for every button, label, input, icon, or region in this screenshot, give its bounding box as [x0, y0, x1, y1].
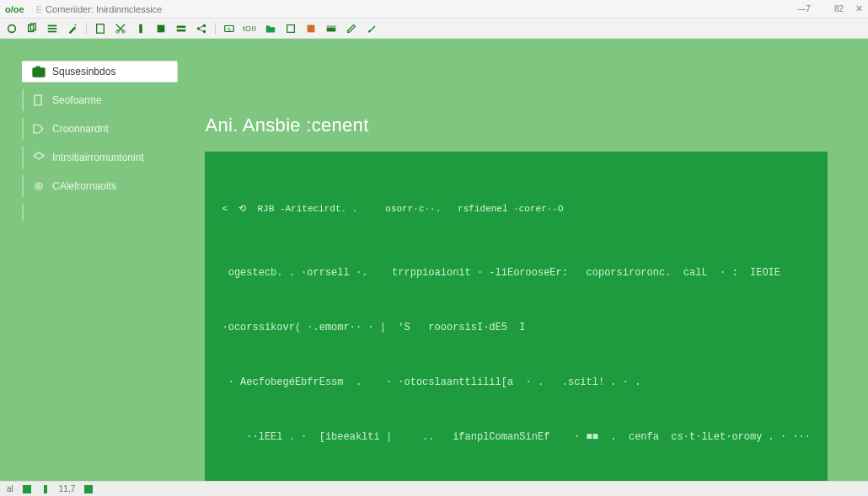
svg-point-24 — [36, 70, 41, 75]
sidebar-item-4[interactable]: CAlefrornaoits — [22, 175, 178, 197]
page-title: Ani. Ansbie :cenent — [205, 115, 828, 136]
tag-icon — [32, 123, 46, 135]
titlebar-right: —7 82 ✕ — [797, 3, 863, 14]
code-line: ··lEEl . · [ibeeaklti | .. ifanplComanSi… — [222, 429, 811, 447]
svg-rect-26 — [35, 95, 41, 105]
svg-rect-13 — [177, 28, 186, 29]
code-line: ·ocorssikovr( ·.emomr·· · | 'S rooorsisI… — [222, 319, 811, 338]
gear-icon — [32, 180, 46, 192]
pencil-icon[interactable] — [345, 22, 358, 35]
statusbar: al 11,7 — [0, 481, 868, 496]
titlebar-separator: · E — [31, 4, 42, 14]
workspace: Squsesinbdos Seofoarme Croonnardnt Intrs… — [0, 39, 868, 481]
sidebar: Squsesinbdos Seofoarme Croonnardnt Intrs… — [0, 39, 178, 227]
camera-icon — [32, 66, 46, 77]
main-content: Ani. Ansbie :cenent < ⟲ RJB -Aritecirdt.… — [178, 39, 868, 496]
svg-rect-4 — [48, 28, 57, 29]
toolbar-text[interactable]: tOII — [243, 24, 257, 33]
brush-icon[interactable] — [365, 22, 378, 35]
titlebar-indicator-a: —7 — [797, 4, 811, 13]
svg-text:5: 5 — [228, 25, 231, 31]
sidebar-item-label: Seofoarme — [52, 94, 102, 106]
svg-rect-29 — [23, 485, 31, 493]
svg-point-6 — [75, 24, 77, 25]
close-icon[interactable]: ✕ — [855, 3, 863, 14]
badge-icon[interactable]: 5 — [222, 22, 236, 35]
svg-rect-10 — [139, 24, 142, 33]
code-header-text: < ⟲ RJB -Aritecirdt. . osorr·c··. rsfide… — [222, 201, 563, 218]
panel-icon[interactable] — [324, 22, 338, 35]
copy-icon[interactable] — [25, 22, 39, 35]
code-line: ogestecb. . ·orrsell ·. trrppioaionit · … — [222, 264, 811, 283]
window-title: Comeriider: Inirdinmclessice — [46, 4, 162, 14]
status-label: al — [7, 484, 13, 493]
status-position: 11,7 — [59, 484, 75, 493]
svg-rect-30 — [44, 485, 47, 493]
cut-icon[interactable] — [114, 22, 127, 35]
bar-icon[interactable] — [134, 22, 147, 35]
layers-icon — [32, 152, 46, 163]
svg-rect-22 — [326, 25, 335, 28]
sidebar-item-label: Intrsitiairromuntonint — [52, 152, 144, 163]
svg-rect-11 — [158, 24, 165, 32]
svg-rect-25 — [36, 67, 40, 68]
folder-icon[interactable] — [264, 22, 277, 35]
wand-icon[interactable] — [66, 22, 79, 35]
sidebar-item-label: Squsesinbdos — [52, 66, 115, 77]
sidebar-item-5[interactable] — [22, 204, 178, 221]
svg-point-28 — [38, 185, 40, 188]
doc-small-icon — [32, 94, 46, 106]
sidebar-item-label: CAlefrornaoits — [52, 180, 116, 192]
share-icon[interactable] — [195, 22, 208, 35]
status-bar-icon[interactable] — [40, 484, 51, 494]
stripe-icon[interactable] — [174, 22, 188, 35]
svg-point-0 — [8, 24, 16, 32]
sidebar-item-label: Croonnardnt — [52, 123, 109, 135]
sidebar-item-0[interactable]: Squsesinbdos — [22, 61, 178, 83]
list-icon[interactable] — [46, 22, 59, 35]
blank-icon[interactable] — [284, 22, 297, 35]
svg-point-27 — [35, 183, 42, 189]
sidebar-item-3[interactable]: Intrsitiairromuntonint — [22, 147, 178, 168]
titlebar-indicator-b: 82 — [834, 4, 844, 13]
status-green-icon[interactable] — [22, 484, 32, 494]
svg-rect-5 — [48, 30, 57, 32]
presentation-icon[interactable] — [304, 22, 318, 35]
svg-rect-19 — [287, 24, 294, 32]
svg-rect-31 — [84, 485, 93, 493]
toolbar: 5 tOII — [0, 19, 868, 39]
svg-rect-7 — [97, 24, 104, 33]
code-header: < ⟲ RJB -Aritecirdt. . osorr·c··. rsfide… — [222, 201, 811, 218]
toolbar-divider — [215, 23, 216, 35]
sidebar-item-2[interactable]: Croonnardnt — [22, 118, 178, 140]
svg-rect-20 — [307, 24, 314, 32]
toolbar-divider — [86, 23, 87, 35]
square-icon[interactable] — [154, 22, 168, 35]
blank-side-icon — [32, 206, 46, 218]
code-panel: < ⟲ RJB -Aritecirdt. . osorr·c··. rsfide… — [205, 152, 828, 496]
svg-rect-3 — [48, 24, 57, 26]
titlebar: o/oe · E Comeriider: Inirdinmclessice —7… — [0, 0, 868, 19]
status-solid-icon[interactable] — [83, 484, 94, 494]
code-line: · AecfobegéEbfrEssm . · ·otocslaanttlili… — [222, 374, 811, 392]
app-brand: o/oe — [5, 4, 24, 14]
doc-icon[interactable] — [94, 22, 107, 35]
sidebar-item-1[interactable]: Seofoarme — [22, 89, 178, 111]
circle-icon[interactable] — [5, 22, 19, 35]
